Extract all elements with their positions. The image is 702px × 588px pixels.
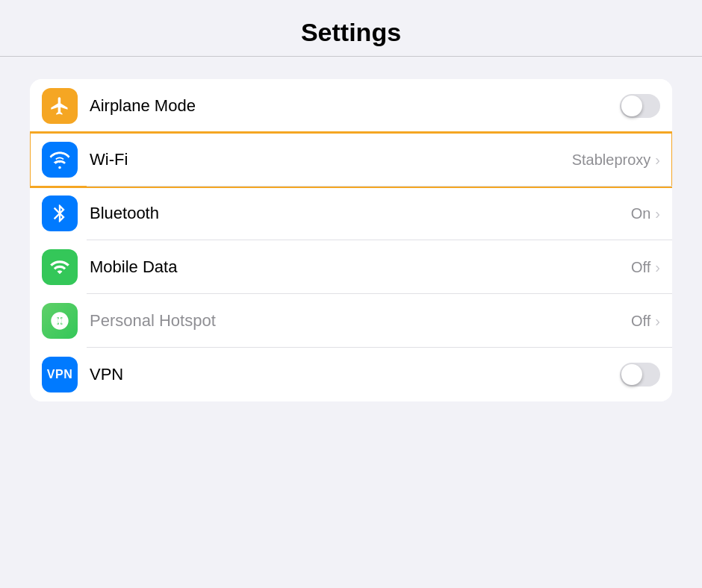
personal-hotspot-icon-wrap [42,303,78,339]
personal-hotspot-chevron-icon: › [655,313,660,330]
connectivity-group: Airplane Mode Wi-Fi Stableproxy › Blueto [30,79,672,401]
mobile-data-value: Off [631,259,650,276]
wifi-icon [49,149,70,170]
mobile-data-icon-wrap [42,249,78,285]
bluetooth-chevron-icon: › [655,205,660,222]
bluetooth-value: On [631,205,651,222]
bluetooth-icon-wrap [42,196,78,231]
airplane-mode-row[interactable]: Airplane Mode [30,79,672,133]
wifi-row[interactable]: Wi-Fi Stableproxy › [30,133,672,187]
cellular-icon [49,257,70,278]
vpn-badge: VPN [42,365,78,384]
vpn-row[interactable]: VPN VPN [30,348,672,401]
mobile-data-label: Mobile Data [90,257,631,277]
wifi-icon-wrap [42,142,78,178]
bluetooth-row[interactable]: Bluetooth On › [30,187,672,240]
mobile-data-row[interactable]: Mobile Data Off › [30,240,672,294]
vpn-toggle[interactable] [620,363,660,387]
bluetooth-icon [49,203,70,224]
personal-hotspot-label: Personal Hotspot [90,311,631,331]
bluetooth-label: Bluetooth [90,204,631,223]
hotspot-icon [49,310,70,331]
airplane-mode-label: Airplane Mode [90,96,620,116]
personal-hotspot-value: Off [631,313,650,330]
personal-hotspot-row[interactable]: Personal Hotspot Off › [30,294,672,348]
svg-point-0 [58,319,62,323]
mobile-data-chevron-icon: › [655,259,660,276]
airplane-icon [49,96,70,116]
airplane-mode-toggle[interactable] [620,94,660,118]
page-header: Settings [0,0,702,57]
wifi-label: Wi-Fi [90,150,572,169]
vpn-label: VPN [90,365,620,384]
wifi-value: Stableproxy [572,151,651,169]
page-title: Settings [0,0,702,57]
wifi-chevron-icon: › [655,151,660,169]
vpn-icon-wrap: VPN [42,357,78,392]
airplane-mode-icon-wrap [42,88,78,124]
settings-content: Airplane Mode Wi-Fi Stableproxy › Blueto [0,57,702,424]
